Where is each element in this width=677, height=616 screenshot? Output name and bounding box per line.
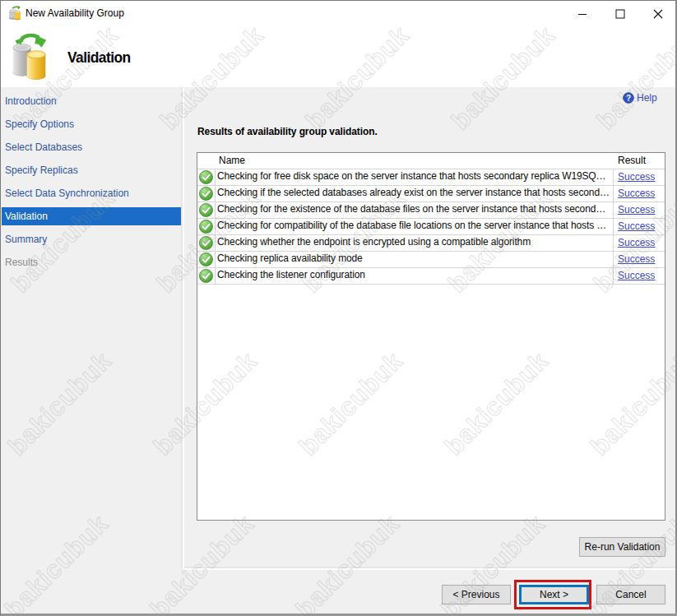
svg-text:?: ? [626,94,631,103]
